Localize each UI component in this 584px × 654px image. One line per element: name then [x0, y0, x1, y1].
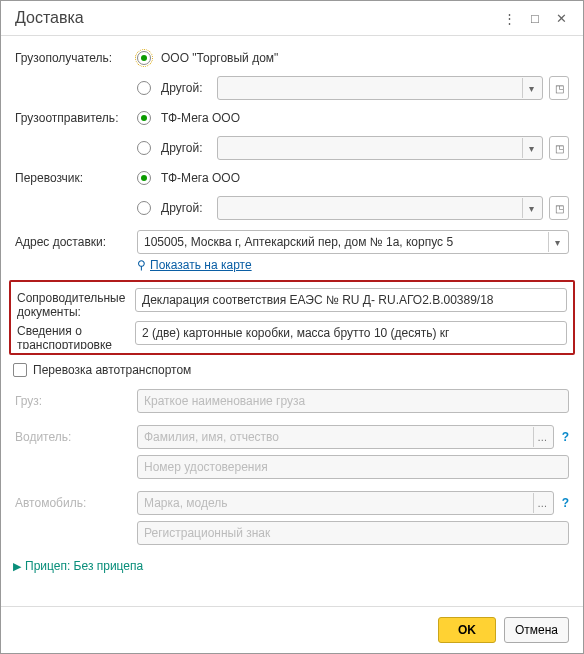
- transport-info-input[interactable]: 2 (две) картонные коробки, масса брутто …: [135, 321, 567, 345]
- menu-icon[interactable]: ⋮: [499, 11, 519, 26]
- content: Грузополучатель: ООО "Торговый дом" Друг…: [1, 44, 583, 606]
- consignee-radio-main[interactable]: [137, 51, 151, 65]
- consignor-radio-main[interactable]: [137, 111, 151, 125]
- dropdown-icon[interactable]: ▾: [548, 232, 566, 252]
- trailer-toggle[interactable]: ▶ Прицеп: Без прицепа: [13, 559, 569, 573]
- cargo-input[interactable]: Краткое наименование груза: [137, 389, 569, 413]
- consignor-other-label: Другой:: [161, 141, 203, 155]
- consignor-other-input[interactable]: ▾: [217, 136, 544, 160]
- ellipsis-icon[interactable]: …: [533, 427, 551, 447]
- help-icon[interactable]: ?: [562, 430, 569, 444]
- ok-button[interactable]: OK: [438, 617, 496, 643]
- cancel-button[interactable]: Отмена: [504, 617, 569, 643]
- trailer-label: Прицеп:: [25, 559, 70, 573]
- map-pin-icon: ⚲: [137, 258, 146, 272]
- highlighted-section: Сопроводительные документы: Декларация с…: [9, 280, 575, 355]
- carrier-main-value: ТФ-Мега ООО: [161, 171, 240, 185]
- show-on-map-link[interactable]: Показать на карте: [150, 258, 252, 272]
- address-input[interactable]: 105005, Москва г, Аптекарский пер, дом №…: [137, 230, 569, 254]
- carrier-radio-other[interactable]: [137, 201, 151, 215]
- open-icon[interactable]: ◳: [549, 76, 569, 100]
- divider: [1, 35, 583, 36]
- consignor-main-value: ТФ-Мега ООО: [161, 111, 240, 125]
- open-icon[interactable]: ◳: [549, 196, 569, 220]
- chevron-right-icon: ▶: [13, 560, 21, 573]
- carrier-label: Перевозчик:: [15, 171, 137, 185]
- carrier-radio-main[interactable]: [137, 171, 151, 185]
- titlebar: Доставка ⋮ □ ✕: [1, 1, 583, 31]
- close-icon[interactable]: ✕: [551, 11, 571, 26]
- consignee-other-input[interactable]: ▾: [217, 76, 544, 100]
- consignee-main-value: ООО "Торговый дом": [161, 51, 278, 65]
- ellipsis-icon[interactable]: …: [533, 493, 551, 513]
- carrier-other-label: Другой:: [161, 201, 203, 215]
- delivery-window: Доставка ⋮ □ ✕ Грузополучатель: ООО "Тор…: [0, 0, 584, 654]
- carrier-other-input[interactable]: ▾: [217, 196, 544, 220]
- driver-name-input[interactable]: Фамилия, имя, отчество …: [137, 425, 554, 449]
- consignee-label: Грузополучатель:: [15, 51, 137, 65]
- vehicle-model-input[interactable]: Марка, модель …: [137, 491, 554, 515]
- maximize-icon[interactable]: □: [525, 11, 545, 26]
- open-icon[interactable]: ◳: [549, 136, 569, 160]
- consignee-radio-other[interactable]: [137, 81, 151, 95]
- driver-id-input[interactable]: Номер удостоверения: [137, 455, 569, 479]
- trailer-value: Без прицепа: [74, 559, 144, 573]
- driver-label: Водитель:: [15, 430, 137, 444]
- window-title: Доставка: [15, 9, 493, 27]
- consignor-label: Грузоотправитель:: [15, 111, 137, 125]
- dropdown-icon[interactable]: ▾: [522, 78, 540, 98]
- address-label: Адрес доставки:: [15, 235, 137, 249]
- consignee-other-label: Другой:: [161, 81, 203, 95]
- help-icon[interactable]: ?: [562, 496, 569, 510]
- transport-info-label: Сведения о транспортировке (для УПД):: [17, 321, 135, 349]
- dropdown-icon[interactable]: ▾: [522, 138, 540, 158]
- vehicle-reg-input[interactable]: Регистрационный знак: [137, 521, 569, 545]
- truck-checkbox-label: Перевозка автотранспортом: [33, 363, 191, 377]
- footer: OK Отмена: [1, 606, 583, 653]
- dropdown-icon[interactable]: ▾: [522, 198, 540, 218]
- consignor-radio-other[interactable]: [137, 141, 151, 155]
- vehicle-label: Автомобиль:: [15, 496, 137, 510]
- docs-input[interactable]: Декларация соответствия ЕАЭС № RU Д- RU.…: [135, 288, 567, 312]
- docs-label: Сопроводительные документы:: [17, 288, 135, 319]
- truck-checkbox[interactable]: [13, 363, 27, 377]
- cargo-label: Груз:: [15, 394, 137, 408]
